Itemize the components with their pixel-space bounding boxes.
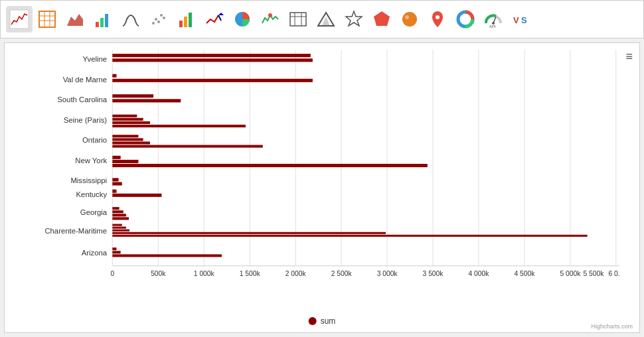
toolbar: API V S xyxy=(0,0,644,38)
svg-text:3 500k: 3 500k xyxy=(423,270,444,277)
svg-rect-21 xyxy=(290,13,306,26)
hamburger-menu[interactable]: ≡ xyxy=(625,50,633,64)
svg-rect-8 xyxy=(100,18,104,27)
chart-container: ≡ Yveline Val de Marne South Carolina Se… xyxy=(4,42,640,333)
svg-text:1 000k: 1 000k xyxy=(194,270,215,277)
svg-rect-78 xyxy=(112,164,427,167)
svg-rect-91 xyxy=(112,235,587,237)
svg-rect-94 xyxy=(112,254,222,257)
svg-rect-17 xyxy=(189,13,192,27)
svg-rect-69 xyxy=(112,118,143,121)
svg-rect-73 xyxy=(112,138,143,141)
svg-rect-70 xyxy=(112,121,150,124)
line-arrow-icon[interactable] xyxy=(201,6,228,33)
colorful-ring-icon[interactable] xyxy=(452,6,479,33)
svg-text:Seine (Paris): Seine (Paris) xyxy=(64,116,108,124)
svg-marker-6 xyxy=(67,14,83,26)
svg-rect-88 xyxy=(112,227,126,229)
svg-rect-80 xyxy=(112,182,121,185)
svg-text:6 0...: 6 0... xyxy=(608,270,619,277)
svg-text:2 500k: 2 500k xyxy=(331,270,353,277)
column-chart-colored-icon[interactable] xyxy=(173,6,200,33)
bar-chart-icon[interactable] xyxy=(90,6,116,33)
svg-text:S: S xyxy=(521,15,527,25)
svg-text:Ontario: Ontario xyxy=(82,136,107,144)
svg-text:Kentucky: Kentucky xyxy=(76,190,108,198)
svg-rect-83 xyxy=(112,207,119,210)
svg-point-11 xyxy=(155,18,157,21)
legend-label: sum xyxy=(321,316,336,326)
svg-rect-89 xyxy=(112,230,129,232)
svg-text:API: API xyxy=(489,25,496,29)
red-shape-icon[interactable] xyxy=(368,6,395,33)
svg-rect-67 xyxy=(112,99,181,102)
svg-rect-68 xyxy=(112,115,137,117)
svg-rect-0 xyxy=(10,10,29,29)
svg-rect-72 xyxy=(112,135,138,137)
gauge-icon[interactable] xyxy=(313,6,339,33)
svg-rect-79 xyxy=(112,178,118,181)
star-polygon-icon[interactable] xyxy=(341,6,367,33)
svg-text:Charente-Maritime: Charente-Maritime xyxy=(44,227,107,235)
svg-marker-18 xyxy=(218,13,224,15)
svg-text:South Carolina: South Carolina xyxy=(57,96,108,103)
svg-text:1 500k: 1 500k xyxy=(240,270,261,277)
pie-chart-icon[interactable] xyxy=(229,6,256,33)
svg-rect-9 xyxy=(105,14,108,27)
vs-icon[interactable]: V S xyxy=(508,6,534,33)
svg-rect-93 xyxy=(112,251,120,253)
svg-text:Yveline: Yveline xyxy=(83,55,107,63)
pin-icon[interactable] xyxy=(424,6,451,33)
svg-text:5 000k: 5 000k xyxy=(560,270,581,277)
chart-legend: sum xyxy=(309,316,336,326)
speedometer-icon[interactable]: API xyxy=(480,6,507,33)
sparkline-icon[interactable] xyxy=(257,6,283,33)
svg-rect-1 xyxy=(39,11,55,27)
svg-point-14 xyxy=(163,17,165,19)
scatter-icon[interactable] xyxy=(145,6,172,33)
svg-text:Georgia: Georgia xyxy=(80,208,108,216)
svg-rect-90 xyxy=(112,232,386,234)
svg-text:2 000k: 2 000k xyxy=(285,270,307,277)
svg-rect-75 xyxy=(112,145,262,147)
svg-text:Val de Marne: Val de Marne xyxy=(63,76,107,84)
svg-text:500k: 500k xyxy=(151,270,166,277)
svg-point-29 xyxy=(402,12,417,27)
svg-rect-7 xyxy=(96,22,99,27)
svg-rect-86 xyxy=(112,217,129,220)
svg-point-20 xyxy=(268,13,272,17)
svg-rect-71 xyxy=(112,125,246,127)
legend-dot xyxy=(309,317,317,325)
svg-point-10 xyxy=(152,22,155,25)
svg-text:Mississippi: Mississippi xyxy=(70,177,107,185)
svg-rect-64 xyxy=(112,74,116,78)
highcharts-credit: Highcharts.com xyxy=(591,323,633,330)
table-icon[interactable] xyxy=(34,6,60,33)
area-chart-icon[interactable] xyxy=(62,6,88,33)
svg-rect-84 xyxy=(112,210,123,213)
svg-rect-16 xyxy=(184,17,187,27)
svg-rect-65 xyxy=(112,79,313,82)
svg-text:4 000k: 4 000k xyxy=(469,270,490,277)
svg-text:5 500k: 5 500k xyxy=(583,270,604,277)
svg-rect-77 xyxy=(112,160,138,163)
bell-curve-icon[interactable] xyxy=(118,6,144,33)
svg-rect-74 xyxy=(112,141,150,144)
svg-point-12 xyxy=(157,21,160,23)
svg-rect-76 xyxy=(112,156,120,159)
svg-rect-92 xyxy=(112,247,116,250)
svg-rect-15 xyxy=(179,21,183,27)
svg-text:3 000k: 3 000k xyxy=(377,270,398,277)
svg-point-31 xyxy=(436,15,440,19)
svg-text:Arizona: Arizona xyxy=(82,249,108,257)
svg-rect-66 xyxy=(112,94,153,98)
orange-circle-icon[interactable] xyxy=(396,6,423,33)
svg-rect-63 xyxy=(112,58,313,62)
mini-chart-icon[interactable] xyxy=(6,6,33,33)
svg-rect-82 xyxy=(112,194,161,197)
table2-icon[interactable] xyxy=(285,6,311,33)
svg-marker-28 xyxy=(374,11,390,26)
svg-point-30 xyxy=(405,15,409,19)
svg-line-34 xyxy=(493,17,496,23)
svg-rect-85 xyxy=(112,214,126,216)
